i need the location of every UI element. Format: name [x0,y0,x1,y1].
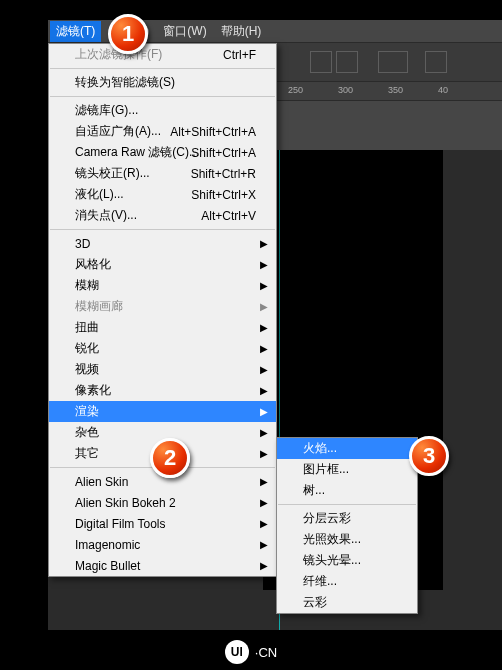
chevron-right-icon: ▶ [260,280,268,291]
submenu-clouds[interactable]: 云彩 [277,592,417,613]
filter-menu[interactable]: 上次滤镜操作(F)Ctrl+F 转换为智能滤镜(S) 滤镜库(G)... 自适应… [48,43,277,577]
menu-last-filter: 上次滤镜操作(F)Ctrl+F [49,44,276,65]
chevron-right-icon: ▶ [260,364,268,375]
chevron-right-icon: ▶ [260,301,268,312]
menu-pixelate[interactable]: 像素化▶ [49,380,276,401]
ui-logo-icon: UI [225,640,249,664]
watermark-text: ·CN [255,645,277,660]
chevron-right-icon: ▶ [260,560,268,571]
submenu-flame[interactable]: 火焰... [277,438,417,459]
submenu-lens-flare[interactable]: 镜头光晕... [277,550,417,571]
separator [278,504,416,505]
align-icon-2[interactable] [336,51,358,73]
watermark: UI ·CN [0,640,502,664]
menu-blur-gallery: 模糊画廊▶ [49,296,276,317]
chevron-right-icon: ▶ [260,343,268,354]
menu-magic-bullet[interactable]: Magic Bullet▶ [49,555,276,576]
chevron-right-icon: ▶ [260,476,268,487]
ruler-tick: 300 [338,85,353,95]
menu-alien-bokeh[interactable]: Alien Skin Bokeh 2▶ [49,492,276,513]
submenu-tree[interactable]: 树... [277,480,417,501]
ruler-tick: 350 [388,85,403,95]
submenu-fibers[interactable]: 纤维... [277,571,417,592]
menu-blur[interactable]: 模糊▶ [49,275,276,296]
chevron-right-icon: ▶ [260,448,268,459]
menu-3d[interactable]: 3D▶ [49,233,276,254]
submenu-lighting[interactable]: 光照效果... [277,529,417,550]
tool-icon[interactable] [425,51,447,73]
menu-render[interactable]: 渲染▶ [49,401,276,422]
chevron-right-icon: ▶ [260,497,268,508]
chevron-right-icon: ▶ [260,385,268,396]
submenu-diff-clouds[interactable]: 分层云彩 [277,508,417,529]
chevron-right-icon: ▶ [260,518,268,529]
menu-distort[interactable]: 扭曲▶ [49,317,276,338]
menu-imagenomic[interactable]: Imagenomic▶ [49,534,276,555]
menu-camera-raw[interactable]: Camera Raw 滤镜(C)...Shift+Ctrl+A [49,142,276,163]
menu-lens-correct[interactable]: 镜头校正(R)...Shift+Ctrl+R [49,163,276,184]
menu-smart-filter[interactable]: 转换为智能滤镜(S) [49,72,276,93]
submenu-picture-frame[interactable]: 图片框... [277,459,417,480]
ruler-tick: 250 [288,85,303,95]
menu-stylize[interactable]: 风格化▶ [49,254,276,275]
chevron-right-icon: ▶ [260,539,268,550]
distribute-icon[interactable] [378,51,408,73]
menu-sharpen[interactable]: 锐化▶ [49,338,276,359]
menu-liquify[interactable]: 液化(L)...Shift+Ctrl+X [49,184,276,205]
align-icon[interactable] [310,51,332,73]
chevron-right-icon: ▶ [260,406,268,417]
menu-help[interactable]: 帮助(H) [221,23,262,40]
callout-badge-1: 1 [108,14,148,54]
menu-video[interactable]: 视频▶ [49,359,276,380]
separator [50,229,275,230]
ruler-tick: 40 [438,85,448,95]
chevron-right-icon: ▶ [260,322,268,333]
callout-badge-3: 3 [409,436,449,476]
menu-dft[interactable]: Digital Film Tools▶ [49,513,276,534]
menu-window[interactable]: 窗口(W) [163,23,206,40]
render-submenu[interactable]: 火焰... 图片框... 树... 分层云彩 光照效果... 镜头光晕... 纤… [276,437,418,614]
menu-filter[interactable]: 滤镜(T) [50,21,101,42]
separator [50,68,275,69]
callout-badge-2: 2 [150,438,190,478]
separator [50,96,275,97]
chevron-right-icon: ▶ [260,238,268,249]
chevron-right-icon: ▶ [260,259,268,270]
chevron-right-icon: ▶ [260,427,268,438]
menu-adaptive-wide[interactable]: 自适应广角(A)...Alt+Shift+Ctrl+A [49,121,276,142]
menu-filter-gallery[interactable]: 滤镜库(G)... [49,100,276,121]
menu-vanishing-point[interactable]: 消失点(V)...Alt+Ctrl+V [49,205,276,226]
